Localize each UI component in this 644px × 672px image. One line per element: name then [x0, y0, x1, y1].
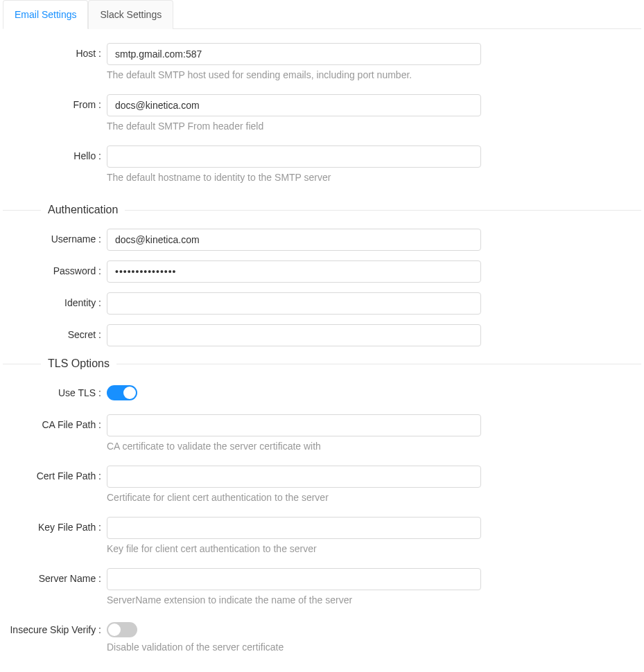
section-authentication: Authentication: [3, 204, 641, 216]
from-input[interactable]: [107, 94, 481, 116]
section-tls-options: TLS Options: [3, 357, 641, 370]
tab-slack-settings[interactable]: Slack Settings: [88, 0, 173, 29]
hello-input[interactable]: [107, 145, 481, 168]
secret-label: Secret :: [3, 324, 107, 340]
host-help: The default SMTP host used for sending e…: [107, 69, 481, 80]
password-input[interactable]: [107, 260, 481, 283]
ca-file-path-input[interactable]: [107, 414, 481, 436]
insecure-skip-verify-label: Insecure Skip Verify :: [3, 619, 107, 635]
insecure-skip-verify-help: Disable validation of the server certifi…: [107, 642, 481, 653]
key-file-path-input[interactable]: [107, 517, 481, 539]
insecure-skip-verify-toggle[interactable]: [107, 622, 137, 637]
username-input[interactable]: [107, 229, 481, 251]
from-help: The default SMTP From header field: [107, 121, 481, 132]
settings-tabs: Email Settings Slack Settings: [3, 0, 641, 29]
host-input[interactable]: [107, 43, 481, 65]
server-name-help: ServerName extension to indicate the nam…: [107, 594, 481, 605]
key-file-path-help: Key file for client cert authentication …: [107, 543, 481, 554]
identity-input[interactable]: [107, 292, 481, 315]
hello-label: Hello :: [3, 145, 107, 161]
identity-label: Identity :: [3, 292, 107, 308]
cert-file-path-help: Certificate for client cert authenticati…: [107, 492, 481, 503]
use-tls-label: Use TLS :: [3, 382, 107, 398]
server-name-input[interactable]: [107, 568, 481, 590]
username-label: Username :: [3, 229, 107, 245]
hello-help: The default hostname to identity to the …: [107, 172, 481, 183]
from-label: From :: [3, 94, 107, 110]
ca-file-path-help: CA certificate to validate the server ce…: [107, 441, 481, 452]
cert-file-path-label: Cert File Path :: [3, 466, 107, 481]
ca-file-path-label: CA File Path :: [3, 414, 107, 430]
tab-email-settings[interactable]: Email Settings: [3, 0, 88, 29]
use-tls-toggle[interactable]: [107, 385, 137, 400]
cert-file-path-input[interactable]: [107, 466, 481, 488]
secret-input[interactable]: [107, 324, 481, 346]
host-label: Host :: [3, 43, 107, 59]
password-label: Password :: [3, 260, 107, 276]
key-file-path-label: Key File Path :: [3, 517, 107, 533]
server-name-label: Server Name :: [3, 568, 107, 584]
